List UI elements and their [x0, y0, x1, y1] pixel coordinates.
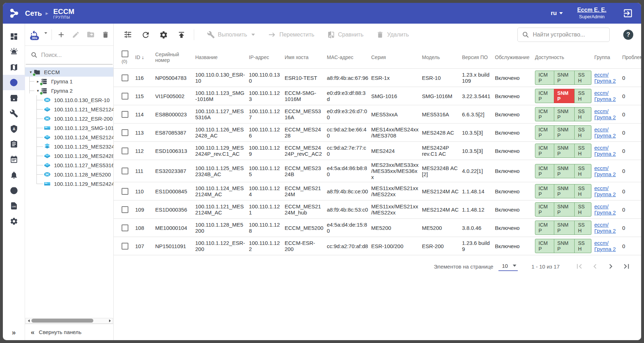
delete-group-button[interactable] — [100, 29, 111, 41]
row-checkbox[interactable] — [122, 243, 128, 250]
tree-item[interactable]: ▸Группа 1 — [25, 77, 113, 86]
column-header-serial[interactable]: Серийный номер — [155, 49, 195, 65]
column-header-maint[interactable]: Обслуживание — [495, 52, 535, 62]
select-all-checkbox[interactable] — [122, 50, 128, 57]
scrollbar-thumb[interactable] — [31, 319, 93, 323]
tree-item[interactable]: 100.110.1.122_ESR-200 — [25, 114, 113, 123]
sidebar-item-map[interactable] — [3, 59, 25, 75]
row-checkbox[interactable] — [122, 74, 128, 81]
sidebar-item-calendar[interactable] — [3, 152, 25, 167]
group-link[interactable]: eccm/Группа 2 — [594, 185, 616, 197]
sidebar-item-network[interactable] — [3, 75, 25, 90]
help-button[interactable]: ? — [623, 30, 633, 40]
column-header-series[interactable]: Серия — [371, 52, 422, 62]
previous-page-button[interactable] — [590, 261, 600, 272]
group-link[interactable]: eccm/Группа 2 — [594, 145, 616, 157]
column-header-problems[interactable]: Проблемы — [622, 52, 641, 62]
column-header-id[interactable]: ID↓ — [135, 52, 155, 62]
group-link[interactable]: eccm/Группа 2 — [594, 203, 616, 216]
column-header-avail[interactable]: Доступность — [535, 52, 594, 62]
sidebar-item-dashboard[interactable] — [3, 29, 25, 44]
svg-text:A: A — [13, 127, 15, 131]
group-link[interactable]: eccm/Группа 2 — [594, 72, 616, 84]
row-checkbox[interactable] — [122, 93, 128, 100]
group-link[interactable]: eccm/Группа 2 — [594, 165, 616, 177]
tree-item[interactable]: 100.110.1.121_MES2124M — [25, 105, 113, 114]
sidebar-item-settings[interactable] — [3, 213, 25, 229]
group-link[interactable]: eccm/Группа 2 — [594, 126, 616, 139]
row-checkbox[interactable] — [122, 168, 128, 174]
column-header-name[interactable]: Название — [195, 52, 249, 62]
column-header-model[interactable]: Модель — [422, 52, 462, 62]
tree-item[interactable]: 100.110.1.128_ME5200 — [25, 170, 113, 179]
table-row: 112ESD1006313100.110.1.129_MES2424P_rev.… — [114, 142, 641, 160]
group-link[interactable]: eccm/Группа 2 — [594, 222, 616, 234]
group-link[interactable]: eccm/Группа 2 — [594, 240, 616, 252]
availability-badge-snmp: SNMP — [554, 144, 575, 158]
move-button[interactable]: Переместить — [268, 30, 314, 39]
first-page-button[interactable] — [574, 261, 585, 272]
move-group-button[interactable] — [85, 29, 97, 41]
tree-item[interactable]: ▾Группа 2 — [25, 86, 113, 95]
column-header-fw[interactable]: Версия ПО — [462, 52, 495, 62]
scrollbar-track[interactable] — [31, 318, 107, 323]
tree-item[interactable]: 100.110.0.130_ESR-10 — [25, 95, 113, 105]
language-selector[interactable]: ru — [551, 10, 563, 17]
filter-columns-button[interactable] — [122, 29, 133, 40]
group-link[interactable]: eccm/Группа 2 — [594, 90, 616, 102]
tree-item[interactable]: 100.110.1.125_MES2324B — [25, 142, 113, 151]
row-checkbox[interactable] — [122, 148, 128, 154]
tree-item[interactable]: 100.110.1.124_MES2124M — [25, 132, 113, 142]
column-header-host[interactable]: Имя хоста — [285, 52, 327, 62]
tree-item[interactable]: 100.110.1.127_MES5316A — [25, 160, 113, 170]
scroll-right-button[interactable] — [107, 318, 113, 323]
add-group-button[interactable] — [55, 29, 67, 41]
logout-button[interactable] — [623, 8, 633, 19]
tree-search-input[interactable] — [41, 52, 98, 58]
breadcrumb[interactable]: Сеть — [25, 9, 42, 18]
compare-button[interactable]: Сравнить — [327, 31, 363, 39]
tree-item[interactable]: 100.110.1.123_SMG-1016M — [25, 123, 113, 132]
cell-problems: 0 — [622, 223, 641, 233]
sidebar-item-tools[interactable] — [3, 106, 25, 121]
collapse-panel-button[interactable]: « Свернуть панель — [25, 324, 113, 340]
row-checkbox[interactable] — [122, 224, 128, 231]
sidebar-item-notifications[interactable] — [3, 167, 25, 183]
auto-refresh-button[interactable]: 30s — [29, 30, 39, 39]
user-menu[interactable]: Eccm E. E. SuperAdmin — [577, 6, 606, 20]
sidebar-item-tasks[interactable] — [3, 136, 25, 152]
delete-button[interactable]: Удалить — [376, 31, 409, 39]
group-link[interactable]: eccm/Группа 2 — [594, 108, 616, 120]
table-settings-button[interactable] — [158, 29, 169, 40]
execute-button[interactable]: Выполнить — [207, 31, 255, 39]
chevron-down-icon[interactable] — [44, 32, 47, 34]
upload-button[interactable] — [176, 29, 187, 40]
user-name-link[interactable]: Eccm E. E. — [577, 6, 606, 14]
cell-host: ECCM-ESR-200 — [285, 238, 327, 254]
tree-item[interactable]: ▾ECCM — [25, 67, 113, 77]
sidebar-item-access-badge[interactable]: A — [3, 121, 25, 136]
sidebar-item-log[interactable]: LOG — [3, 198, 25, 213]
column-header-ip[interactable]: IP-адрес — [249, 52, 285, 62]
refresh-button[interactable] — [140, 29, 151, 40]
column-header-mac[interactable]: MAC-адрес — [327, 52, 371, 62]
row-checkbox[interactable] — [122, 206, 128, 213]
last-page-button[interactable] — [621, 261, 632, 272]
row-checkbox[interactable] — [122, 188, 128, 195]
expand-rail-button[interactable]: » — [12, 328, 16, 337]
sidebar-item-alarms[interactable] — [3, 44, 25, 59]
edit-group-button[interactable] — [70, 29, 82, 41]
next-page-button[interactable] — [605, 261, 616, 272]
tree-item[interactable]: 100.110.1.126_MES2428_AC — [25, 151, 113, 160]
column-header-group[interactable]: Группа — [594, 52, 622, 62]
sidebar-item-monitor[interactable] — [3, 183, 25, 198]
device-search-input[interactable] — [533, 32, 601, 38]
cell-mac: e4:5a:d4:86:b8:80 — [327, 163, 371, 179]
row-checkbox[interactable] — [122, 111, 128, 118]
sidebar-item-inventory[interactable] — [3, 90, 25, 106]
row-checkbox[interactable] — [122, 129, 128, 136]
tree-item[interactable]: 100.110.1.129_MES2424P — [25, 179, 113, 188]
eccm-logo-icon[interactable] — [3, 7, 25, 19]
scroll-left-button[interactable] — [26, 318, 31, 323]
per-page-select[interactable]: 10 — [498, 262, 518, 271]
